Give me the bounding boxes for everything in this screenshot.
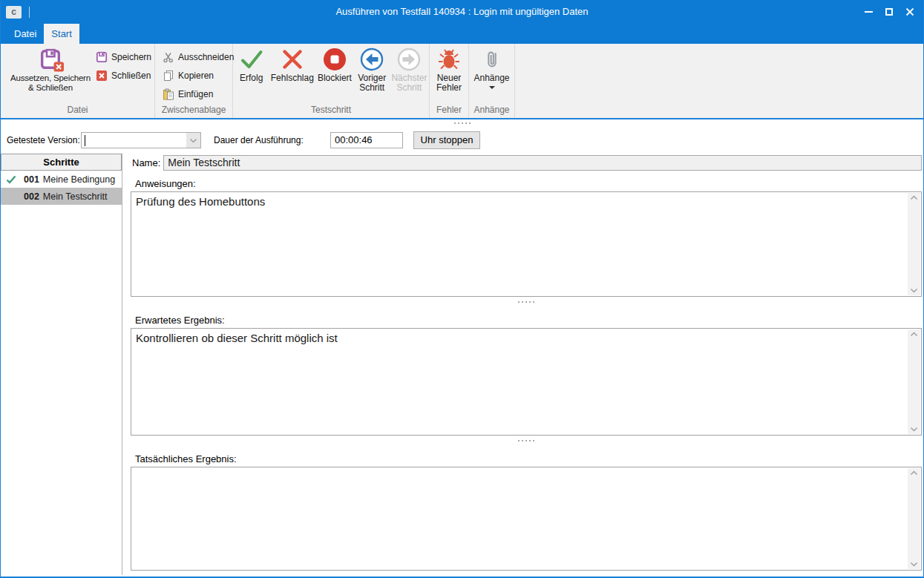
previous-step-icon (360, 47, 384, 71)
suspend-save-close-button[interactable]: Aussetzen, Speichern & Schließen (7, 44, 94, 105)
close-icon (905, 7, 914, 16)
text-caret (85, 135, 85, 146)
step-name: Meine Bedingung (43, 174, 115, 185)
section-splitter-2[interactable] (131, 440, 922, 446)
close-red-icon (96, 70, 108, 82)
group-label-fehler: Fehler (430, 105, 468, 118)
ribbon-group-fehler: Neuer Fehler Fehler (430, 44, 469, 118)
step-item-001[interactable]: 001 Meine Bedingung (1, 171, 122, 188)
expected-scrollbar[interactable] (908, 329, 920, 434)
scroll-down-icon[interactable] (910, 427, 918, 432)
step-passed-check-icon (5, 174, 17, 185)
ribbon-splitter-handle[interactable] (454, 122, 471, 124)
tab-datei[interactable]: Datei (7, 24, 44, 44)
actual-textarea[interactable] (131, 467, 922, 571)
actual-label: Tatsächliches Ergebnis: (135, 453, 922, 464)
chevron-down-icon (189, 138, 197, 143)
version-dropdown-button[interactable] (186, 133, 200, 148)
success-button[interactable]: Erfolg (235, 44, 268, 105)
expected-label: Erwartetes Ergebnis: (135, 315, 922, 326)
maximize-button[interactable] (879, 0, 900, 24)
stop-clock-button[interactable]: Uhr stoppen (413, 131, 480, 149)
version-label: Getestete Version: (7, 135, 80, 145)
ribbon: Aussetzen, Speichern & Schließen Speiche… (1, 44, 923, 119)
close-button[interactable] (900, 0, 920, 24)
ribbon-group-anhaenge: Anhänge Anhänge (469, 44, 515, 118)
success-check-icon (240, 47, 263, 71)
step-item-002[interactable]: 002 Mein Testschritt (1, 188, 122, 205)
group-label-testschritt: Testschritt (233, 105, 429, 118)
paperclip-icon (481, 47, 503, 71)
duration-input[interactable]: 00:00:46 (330, 132, 403, 148)
cut-button[interactable]: Ausschneiden (163, 50, 234, 65)
app-window: c Ausführen von Testfall 140934 : Login … (0, 0, 924, 578)
cancel-badge-icon (53, 62, 64, 72)
ribbon-group-testschritt: Erfolg Fehlschlag (233, 44, 430, 118)
save-button[interactable]: Speichern (96, 50, 151, 65)
step-detail-panel: Name: Mein Testschritt Anweisungen: Prüf… (131, 154, 922, 575)
actual-scrollbar[interactable] (908, 468, 920, 569)
name-label: Name: (132, 157, 160, 168)
scroll-down-icon[interactable] (910, 562, 918, 567)
bug-icon (437, 47, 461, 71)
group-label-anhaenge: Anhänge (469, 105, 514, 118)
instructions-textarea[interactable]: Prüfung des Homebuttons (131, 191, 922, 297)
fail-x-icon (281, 47, 304, 71)
execution-toolbar: Getestete Version: Dauer der Ausführung:… (1, 119, 923, 154)
attachments-button[interactable]: Anhänge (471, 44, 513, 105)
step-name: Mein Testschritt (43, 191, 108, 202)
title-bar: c Ausführen von Testfall 140934 : Login … (1, 0, 923, 24)
new-error-button[interactable]: Neuer Fehler (431, 44, 467, 105)
instructions-scrollbar[interactable] (908, 193, 920, 295)
group-label-zwischenablage: Zwischenablage (155, 105, 232, 118)
blocked-button[interactable]: Blockiert (316, 44, 353, 105)
scroll-up-icon[interactable] (910, 470, 918, 476)
scroll-up-icon[interactable] (910, 332, 918, 337)
expected-textarea[interactable]: Kontrollieren ob dieser Schritt möglich … (131, 328, 922, 436)
steps-header: Schritte (1, 154, 122, 171)
steps-panel: Schritte 001 Meine Bedingung 002 Mein Te… (1, 154, 122, 575)
maximize-icon (885, 8, 893, 16)
previous-step-button[interactable]: Voriger Schritt (355, 44, 390, 105)
next-step-button: Nächster Schritt (391, 44, 427, 105)
duration-label: Dauer der Ausführung: (214, 135, 304, 145)
version-combobox[interactable] (81, 132, 201, 148)
group-label-datei: Datei (1, 105, 154, 118)
section-splitter-1[interactable] (131, 301, 922, 307)
ribbon-group-zwischenablage: Ausschneiden Kopieren (155, 44, 233, 118)
save-icon (96, 51, 108, 63)
close-ribbon-button[interactable]: Schließen (96, 68, 151, 83)
ribbon-group-datei: Aussetzen, Speichern & Schließen Speiche… (1, 44, 155, 118)
attachments-dropdown-icon (489, 86, 495, 89)
instructions-label: Anweisungen: (135, 178, 922, 189)
paste-icon (163, 88, 174, 100)
paste-button[interactable]: Einfügen (163, 87, 234, 102)
ribbon-tabs: Datei Start (1, 24, 923, 44)
minimize-button[interactable] (858, 0, 879, 24)
fail-button[interactable]: Fehlschlag (269, 44, 315, 105)
name-field[interactable]: Mein Testschritt (163, 155, 922, 171)
scroll-down-icon[interactable] (910, 288, 918, 293)
scissors-icon (163, 51, 174, 63)
minimize-icon (865, 11, 873, 13)
copy-button[interactable]: Kopieren (163, 68, 234, 83)
window-title: Ausführen von Testfall 140934 : Login mi… (1, 0, 923, 24)
scroll-up-icon[interactable] (910, 195, 918, 200)
copy-icon (163, 70, 174, 82)
blocked-stop-icon (323, 47, 347, 71)
tab-start[interactable]: Start (44, 24, 79, 44)
content-area: Schritte 001 Meine Bedingung 002 Mein Te… (1, 154, 923, 575)
next-step-icon (397, 47, 421, 71)
